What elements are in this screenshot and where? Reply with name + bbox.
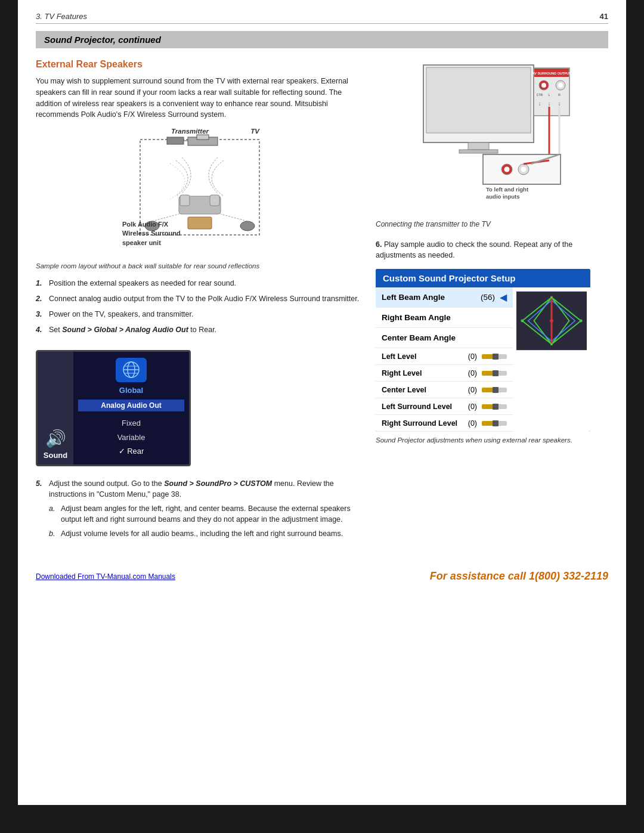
right-surround-value: (0) — [459, 419, 477, 428]
sub-step-text: Adjust volume levels for all audio beams… — [61, 528, 343, 539]
list-item: 4. Set Sound > Global > Analog Audio Out… — [36, 324, 364, 335]
right-level-value: (0) — [459, 369, 477, 377]
variable-option[interactable]: Variable — [117, 431, 145, 444]
polk-label: Polk Audio F/XWireless Surroundspeaker u… — [122, 220, 182, 247]
list-item: b. Adjust volume levels for all audio be… — [49, 528, 364, 539]
left-beam-value: (56) — [481, 293, 495, 302]
svg-text:↓: ↓ — [558, 100, 561, 107]
right-column: AV SURROUND OUTPUT CTR L R ↓ ↓ ↓ — [376, 59, 608, 547]
tv-menu-screenshot: 🔊 Sound — [36, 350, 191, 466]
left-level-slider[interactable] — [482, 354, 507, 359]
csp-row-right-beam[interactable]: Right Beam Angle — [376, 308, 513, 328]
menu-options: Fixed Variable ✓ Rear — [117, 416, 145, 458]
svg-point-52 — [521, 320, 524, 323]
connector-svg: AV SURROUND OUTPUT CTR L R ↓ ↓ ↓ — [376, 59, 590, 208]
room-diagram-container: Transmitter TV — [36, 128, 364, 259]
sound-label: Sound — [44, 451, 67, 460]
svg-point-54 — [550, 296, 553, 299]
section-header-bar: Sound Projector, continued — [36, 31, 608, 48]
svg-rect-21 — [459, 150, 498, 153]
svg-text:↓: ↓ — [538, 100, 541, 107]
right-surround-slider[interactable] — [482, 421, 507, 426]
csp-level-right-surround[interactable]: Right Surround Level (0) — [376, 415, 513, 432]
fixed-option[interactable]: Fixed — [117, 416, 145, 430]
left-surround-value: (0) — [459, 402, 477, 411]
step-text: Set Sound > Global > Analog Audio Out to… — [49, 324, 364, 335]
sub-letter: a. — [49, 503, 57, 525]
step6-container: 6. Play sample audio to check the sound.… — [376, 239, 608, 261]
steps-list: 1. Position the external speakers as nee… — [36, 278, 364, 336]
global-icon — [116, 358, 147, 383]
csp-caption: Sound Projector adjustments when using e… — [376, 435, 608, 445]
chapter-title: 3. TV Features — [36, 12, 87, 21]
room-diagram-caption: Sample room layout without a back wall s… — [36, 262, 364, 270]
connecting-caption: Connecting the transmitter to the TV — [376, 220, 608, 228]
connector-diagram: AV SURROUND OUTPUT CTR L R ↓ ↓ ↓ — [376, 59, 590, 214]
list-item: 1. Position the external speakers as nee… — [36, 278, 364, 289]
svg-point-51 — [550, 319, 553, 323]
svg-point-41 — [521, 167, 527, 172]
svg-point-26 — [541, 83, 546, 88]
csp-level-left-surround[interactable]: Left Surround Level (0) — [376, 398, 513, 415]
sub-steps: a. Adjust beam angles for the left, righ… — [49, 503, 364, 539]
svg-rect-19 — [426, 67, 531, 133]
page-footer: Downloaded From TV-Manual.com Manuals Fo… — [36, 565, 608, 583]
step-number: 5. — [36, 478, 45, 543]
global-label: Global — [119, 386, 143, 395]
step-number: 2. — [36, 293, 45, 304]
step5-list: 5. Adjust the sound output. Go to the So… — [36, 478, 364, 543]
csp-level-left[interactable]: Left Level (0) — [376, 348, 513, 365]
svg-text:To left and right: To left and right — [486, 186, 529, 193]
tv-label: TV — [250, 128, 259, 135]
step-number: 1. — [36, 278, 45, 289]
section-heading: External Rear Speakers — [36, 59, 364, 70]
tv-menu-left-icons: 🔊 Sound — [38, 352, 73, 465]
analog-audio-out-label: Analog Audio Out — [78, 400, 184, 411]
svg-rect-2 — [197, 135, 209, 140]
left-column: External Rear Speakers You may wish to s… — [36, 59, 364, 547]
footer-link[interactable]: Downloaded From TV-Manual.com Manuals — [36, 572, 175, 581]
list-item: 5. Adjust the sound output. Go to the So… — [36, 478, 364, 543]
csp-row-center-beam[interactable]: Center Beam Angle — [376, 328, 513, 348]
left-surround-slider[interactable] — [482, 404, 507, 409]
center-level-slider[interactable] — [482, 388, 507, 392]
svg-text:AV SURROUND OUTPUT: AV SURROUND OUTPUT — [532, 72, 571, 75]
svg-text:↓: ↓ — [548, 100, 551, 107]
right-surround-label: Right Surround Level — [382, 419, 459, 428]
step-number: 3. — [36, 309, 45, 320]
svg-line-11 — [221, 214, 247, 221]
csp-row-left-beam[interactable]: Left Beam Angle (56) ◀ — [376, 287, 513, 308]
room-diagram: Transmitter TV — [122, 128, 277, 259]
page-number: 41 — [600, 12, 608, 21]
csp-body: Left Beam Angle (56) ◀ Right Beam Angle … — [376, 287, 590, 432]
globe-svg — [122, 360, 141, 379]
svg-text:L: L — [549, 93, 550, 97]
list-item: 3. Power on the TV, speakers, and transm… — [36, 309, 364, 320]
svg-point-28 — [558, 83, 563, 88]
tv-menu-right: Global Analog Audio Out Fixed Variable ✓… — [73, 352, 189, 465]
step6-text: Play sample audio to check the sound. Re… — [376, 240, 572, 259]
tv-menu-section: 🔊 Sound — [36, 342, 364, 472]
csp-level-right[interactable]: Right Level (0) — [376, 365, 513, 382]
csp-title: Custom Sound Projector Setup — [376, 269, 590, 287]
csp-level-center[interactable]: Center Level (0) — [376, 382, 513, 398]
step-text: Connect analog audio output from the TV … — [49, 293, 364, 304]
right-level-label: Right Level — [382, 369, 459, 377]
right-level-slider[interactable] — [482, 371, 507, 376]
intro-paragraph: You may wish to supplement surround soun… — [36, 76, 364, 120]
svg-rect-3 — [167, 137, 184, 144]
rear-option[interactable]: ✓ Rear — [117, 444, 145, 458]
left-level-label: Left Level — [382, 352, 459, 361]
page: 3. TV Features 41 Sound Projector, conti… — [18, 0, 626, 805]
center-level-label: Center Level — [382, 386, 459, 394]
tv-menu-inner: 🔊 Sound — [38, 352, 189, 465]
svg-text:audio inputs: audio inputs — [486, 193, 519, 200]
svg-point-55 — [550, 343, 553, 346]
left-beam-label: Left Beam Angle — [382, 293, 481, 302]
step-text: Adjust the sound output. Go to the Sound… — [49, 478, 364, 543]
svg-rect-12 — [188, 217, 212, 229]
transmitter-label: Transmitter — [171, 128, 209, 135]
svg-text:R: R — [558, 93, 561, 97]
footer-phone: For assistance call 1(800) 332-2119 — [430, 570, 608, 583]
left-beam-arrow: ◀ — [500, 292, 507, 303]
